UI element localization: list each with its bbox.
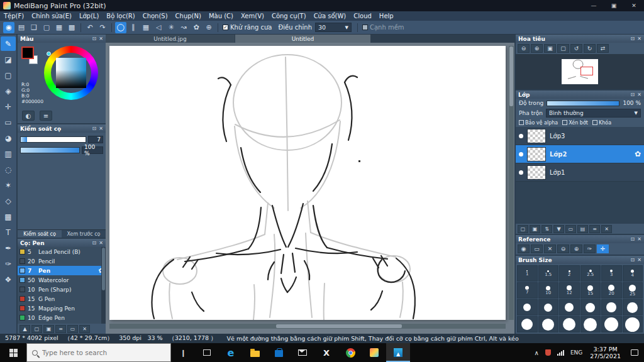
menu-cloud[interactable]: Cloud: [350, 11, 375, 21]
popout-icon[interactable]: ⊡: [631, 257, 635, 263]
grid-view-icon[interactable]: ▩: [66, 22, 77, 33]
eraser-tool-icon[interactable]: ◪: [1, 52, 16, 67]
taskbar-photos-active[interactable]: ▲: [386, 343, 410, 362]
brush-size-option[interactable]: [517, 299, 538, 315]
foreground-color-swatch[interactable]: [21, 47, 34, 59]
security-shield-icon[interactable]: [542, 349, 554, 356]
brush-size-option[interactable]: 3: [601, 265, 622, 282]
lock-checkbox[interactable]: Khóa: [592, 120, 611, 126]
antialias-checkbox[interactable]: ✓: [223, 25, 228, 30]
brush-size-option[interactable]: 1: [517, 265, 538, 282]
brush-item-edge-pen[interactable]: 10 Edge Pen: [18, 313, 106, 322]
brush-item-watercolor[interactable]: 50 Watercolor: [18, 275, 106, 285]
snap-radial-icon[interactable]: ✳: [165, 22, 177, 33]
brush-size-option[interactable]: 20: [601, 282, 622, 299]
layer-settings-gear-icon[interactable]: ✿: [635, 150, 641, 158]
brush-size-option[interactable]: 1.5: [538, 265, 559, 282]
brush-size-option[interactable]: [580, 316, 601, 332]
popout-icon[interactable]: ⊡: [631, 36, 635, 41]
brush-size-option[interactable]: 7: [517, 282, 538, 299]
layer-visibility-icon[interactable]: [519, 152, 523, 156]
snap-off-icon[interactable]: ◯: [115, 22, 126, 33]
delete-brush-icon[interactable]: ✕: [79, 325, 90, 333]
brush-item-g-pen[interactable]: 15 G Pen: [18, 294, 106, 304]
taskbar-mail[interactable]: [291, 343, 314, 362]
menu-filter[interactable]: Bộ lọc(R): [103, 11, 138, 21]
rotate-right-icon[interactable]: ↻: [584, 44, 596, 53]
zoom-fit-icon[interactable]: ▣: [544, 44, 556, 53]
popout-icon[interactable]: ⊡: [631, 236, 635, 242]
snap-target-icon[interactable]: ⊕: [203, 22, 214, 33]
brush-size-option[interactable]: [580, 299, 601, 315]
tab-brush-control[interactable]: Kiểm soát cọ: [18, 229, 62, 238]
brush-item-lead-pencil[interactable]: 5 Lead Pencil (B): [18, 247, 106, 256]
duplicate-brush-icon[interactable]: ▣: [43, 325, 54, 333]
pen-tool-icon[interactable]: ✎: [1, 36, 16, 51]
tab-brush-preview[interactable]: Xem trước cọ: [62, 229, 106, 238]
drawing-canvas[interactable]: [109, 46, 506, 320]
popout-icon[interactable]: ⊡: [92, 240, 97, 246]
dot-tool-icon[interactable]: ◈: [1, 84, 16, 98]
menu-color[interactable]: Màu (C): [205, 11, 237, 21]
text-tool-icon[interactable]: T: [1, 225, 16, 239]
layer-row-lop1[interactable]: Lớp1: [516, 163, 644, 182]
lasso-tool-icon[interactable]: ◌: [1, 162, 16, 177]
brush-folder-icon[interactable]: ▭: [67, 325, 78, 333]
brush-size-option[interactable]: [601, 299, 622, 315]
brush-menu-icon[interactable]: ≡: [55, 325, 66, 333]
save-icon[interactable]: ▤: [16, 22, 27, 33]
merge-layer-icon[interactable]: ▼: [553, 225, 564, 233]
color-slider-mode-icon[interactable]: ≡: [40, 111, 52, 121]
hand-tool-icon[interactable]: ❖: [1, 272, 16, 287]
layer-blend-dropdown[interactable]: Bình thường ▼: [546, 109, 641, 118]
saturation-brightness-picker[interactable]: [56, 58, 86, 88]
reference-clear-icon[interactable]: ✕: [544, 244, 556, 253]
reference-zoom-in-icon[interactable]: ⊕: [570, 244, 582, 253]
layout-icon[interactable]: ▦: [53, 22, 65, 33]
reference-eyedropper-icon[interactable]: ✑: [584, 244, 596, 253]
comment-icon[interactable]: ❑: [28, 22, 40, 33]
close-button[interactable]: ✕: [624, 0, 644, 11]
canvas-horizontal-scrollbar[interactable]: [109, 324, 506, 329]
brush-size-option[interactable]: 4: [623, 265, 643, 282]
layer-opacity-slider[interactable]: [547, 101, 619, 106]
transform-tool-icon[interactable]: ◇: [1, 194, 16, 208]
close-icon[interactable]: ✕: [637, 236, 641, 242]
brush-size-option[interactable]: [623, 299, 643, 315]
snap-curve-icon[interactable]: ↝: [178, 22, 189, 33]
language-indicator[interactable]: ENG: [567, 349, 586, 356]
gradient-tool-icon[interactable]: ▥: [1, 146, 16, 161]
zoom-in-icon[interactable]: ⊕: [531, 44, 543, 53]
layer-folder-icon[interactable]: ▭: [565, 225, 576, 233]
divide-tool-icon[interactable]: ▩: [1, 209, 16, 224]
brush-item-pen-sharp[interactable]: 10 Pen (Sharp): [18, 285, 106, 294]
soft-edge-checkbox[interactable]: [362, 25, 368, 30]
snap-parallel-icon[interactable]: ∥: [128, 22, 139, 33]
clipping-checkbox[interactable]: Xén bớt: [562, 120, 588, 126]
brush-size-option[interactable]: 12: [559, 282, 580, 299]
canvas-vertical-scrollbar[interactable]: [509, 46, 514, 320]
brush-up-icon[interactable]: ▲: [19, 325, 30, 333]
menu-view[interactable]: Xem(V): [237, 11, 268, 21]
move-tool-icon[interactable]: ✛: [1, 99, 16, 114]
layer-visibility-icon[interactable]: [519, 134, 523, 138]
snap-perspective-icon[interactable]: ◁: [153, 22, 164, 33]
menu-help[interactable]: Help: [375, 11, 397, 21]
brush-item-mapping-pen[interactable]: 15 Mapping Pen: [18, 304, 106, 313]
eyedropper-tool-icon[interactable]: ✑: [1, 256, 16, 271]
brush-opacity-slider[interactable]: [20, 147, 80, 153]
color-wheel-mode-icon[interactable]: ◐: [22, 111, 35, 121]
close-icon[interactable]: ✕: [99, 240, 103, 246]
taskbar-search[interactable]: [26, 343, 171, 362]
brush-item-pen-selected[interactable]: 7 Pen ✿: [18, 266, 106, 275]
navigator-thumbnail[interactable]: [562, 59, 598, 84]
zoom-100-icon[interactable]: ▢: [557, 44, 569, 53]
zoom-out-icon[interactable]: ⊖: [518, 44, 530, 53]
taskbar-edge[interactable]: e: [219, 343, 243, 362]
close-icon[interactable]: ✕: [99, 36, 103, 41]
restore-button[interactable]: ▣: [604, 0, 624, 11]
brush-size-option[interactable]: 25: [623, 282, 643, 299]
taskbar-chrome[interactable]: [338, 343, 362, 362]
brush-size-option[interactable]: [623, 316, 643, 332]
network-icon[interactable]: [554, 350, 567, 356]
